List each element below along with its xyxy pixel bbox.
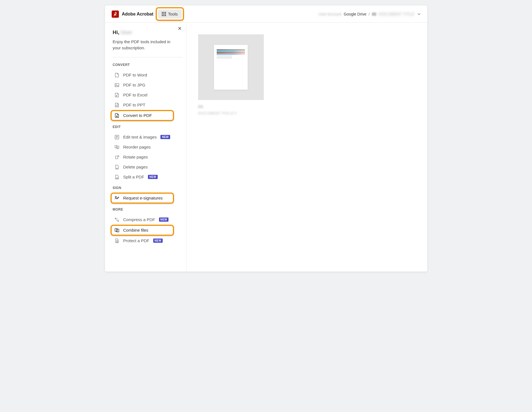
new-badge: NEW	[160, 135, 170, 139]
lock-icon	[114, 238, 119, 243]
grid-icon	[162, 12, 166, 16]
tool-label: Compress a PDF	[123, 217, 155, 222]
tool-request-esignatures[interactable]: Request e-signatures	[113, 193, 183, 203]
tool-label: Protect a PDF	[123, 238, 149, 243]
reorder-icon	[114, 145, 119, 150]
acrobat-logo-icon	[112, 11, 119, 18]
doc-image-icon	[114, 83, 119, 88]
tool-label: Combine files	[123, 228, 149, 232]
tool-label: Request e-signatures	[123, 196, 163, 200]
chevron-down-icon[interactable]	[417, 12, 421, 16]
tool-label: PDF to Excel	[123, 93, 148, 97]
breadcrumbs: User Account Google Drive / DOCUMENT TIT…	[318, 12, 420, 16]
brand: Adobe Acrobat	[112, 11, 154, 18]
tool-rotate-pages[interactable]: Rotate pages	[113, 152, 183, 162]
tool-pdf-to-jpg[interactable]: PDF to JPG	[113, 80, 183, 90]
svg-rect-4	[163, 14, 164, 15]
tool-pdf-to-excel[interactable]: PDF to Excel	[113, 90, 183, 100]
greeting-name: User	[121, 29, 132, 35]
tool-pdf-to-word[interactable]: PDF to Word	[113, 70, 183, 80]
tool-list-edit: Edit text & images NEW Reorder pages Rot…	[113, 132, 183, 182]
doc-ppt-icon	[114, 103, 119, 108]
svg-rect-1	[163, 12, 164, 13]
tool-compress-pdf[interactable]: Compress a PDF NEW	[113, 215, 183, 225]
svg-rect-5	[165, 14, 166, 15]
svg-rect-14	[117, 146, 119, 148]
compress-icon	[114, 217, 119, 222]
new-badge: NEW	[153, 239, 163, 243]
greeting: Hi, User	[113, 29, 183, 35]
svg-rect-3	[162, 14, 163, 15]
section-label-convert: CONVERT	[113, 63, 183, 67]
body: ✕ Hi, User Enjoy the PDF tools included …	[105, 23, 427, 272]
tool-pdf-to-ppt[interactable]: PDF to PPT	[113, 100, 183, 110]
new-badge: NEW	[148, 175, 158, 179]
edit-icon	[114, 135, 119, 140]
svg-rect-6	[162, 15, 163, 16]
thumbnail-page	[214, 45, 248, 90]
tool-label: Convert to PDF	[123, 113, 152, 118]
crumb-account[interactable]: User Account	[318, 12, 341, 16]
file-title: DOCUMENT POLICY	[198, 111, 264, 115]
section-label-sign: SIGN	[113, 186, 183, 190]
divider	[113, 57, 183, 57]
tool-label: PDF to JPG	[123, 83, 145, 87]
signature-icon	[114, 196, 119, 201]
main-content: XX DOCUMENT POLICY	[186, 23, 427, 272]
tool-split-pdf[interactable]: Split a PDF NEW	[113, 172, 183, 182]
tools-button-container: Tools	[158, 9, 182, 19]
close-sidebar-button[interactable]: ✕	[178, 26, 182, 31]
crumb-file[interactable]: DOCUMENT TITLE	[378, 12, 414, 16]
svg-rect-9	[115, 83, 119, 87]
split-icon	[114, 175, 119, 180]
doc-word-icon	[114, 73, 119, 78]
svg-rect-22	[116, 241, 118, 242]
tool-list-convert: PDF to Word PDF to JPG PDF to Excel PDF …	[113, 70, 183, 121]
crumb-drive[interactable]: Google Drive	[344, 12, 367, 16]
tool-list-more: Compress a PDF NEW Combine files Protect…	[113, 215, 183, 246]
tool-combine-files-wrap: Combine files	[112, 225, 183, 235]
tool-label: PDF to PPT	[123, 103, 145, 107]
tool-label: Reorder pages	[123, 145, 151, 149]
svg-rect-2	[165, 12, 166, 13]
section-label-edit: EDIT	[113, 125, 183, 129]
app-window: Adobe Acrobat Tools User Account Google …	[105, 6, 427, 272]
file-card[interactable]: XX DOCUMENT POLICY	[198, 34, 264, 115]
tool-convert-to-pdf[interactable]: Convert to PDF	[113, 111, 183, 121]
rotate-icon	[114, 155, 119, 160]
breadcrumb-separator: /	[369, 12, 370, 16]
tool-list-sign: Request e-signatures	[113, 193, 183, 203]
svg-rect-7	[163, 15, 164, 16]
crumb-file-icon	[372, 12, 376, 16]
svg-rect-8	[165, 15, 166, 16]
tool-protect-pdf[interactable]: Protect a PDF NEW	[113, 236, 183, 246]
brand-name: Adobe Acrobat	[122, 12, 154, 17]
delete-icon	[114, 165, 119, 170]
file-code: XX	[198, 104, 264, 109]
header: Adobe Acrobat Tools User Account Google …	[105, 6, 427, 23]
greeting-prefix: Hi,	[113, 29, 119, 35]
new-badge: NEW	[159, 217, 169, 222]
tool-reorder-pages[interactable]: Reorder pages	[113, 142, 183, 152]
tool-edit-text-images[interactable]: Edit text & images NEW	[113, 132, 183, 142]
tools-button[interactable]: Tools	[158, 9, 182, 19]
svg-rect-11	[116, 105, 118, 106]
file-thumbnail	[198, 34, 264, 100]
svg-point-18	[115, 196, 116, 198]
tool-label: Split a PDF	[123, 175, 144, 179]
tool-label: Rotate pages	[123, 155, 148, 159]
tool-combine-files[interactable]: Combine files	[113, 225, 183, 235]
combine-icon	[114, 228, 119, 233]
tools-button-label: Tools	[168, 12, 178, 16]
tool-request-esignatures-wrap: Request e-signatures	[112, 193, 183, 203]
sidebar: ✕ Hi, User Enjoy the PDF tools included …	[105, 23, 186, 272]
greeting-description: Enjoy the PDF tools included in your sub…	[113, 39, 183, 51]
svg-rect-13	[115, 145, 117, 148]
tool-label: PDF to Word	[123, 73, 147, 77]
tool-delete-pages[interactable]: Delete pages	[113, 162, 183, 172]
tool-label: Delete pages	[123, 165, 148, 169]
section-label-more: MORE	[113, 208, 183, 211]
svg-point-10	[116, 84, 116, 85]
doc-convert-icon	[114, 113, 119, 118]
tool-convert-to-pdf-wrap: Convert to PDF	[112, 111, 183, 121]
